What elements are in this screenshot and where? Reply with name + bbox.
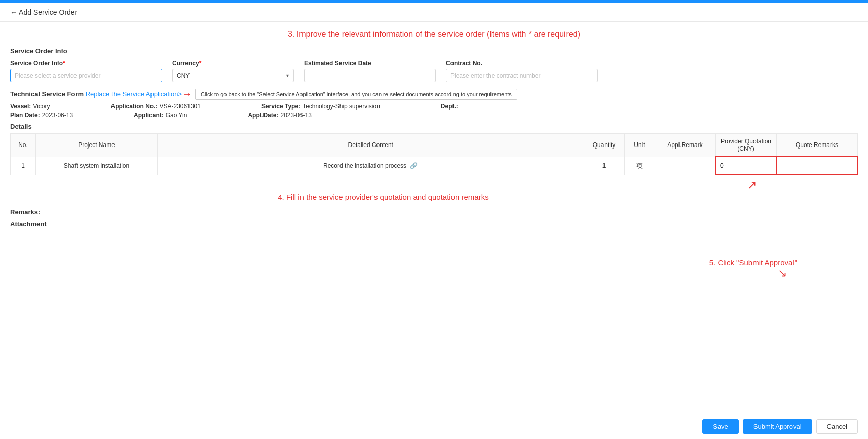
table-header-row: No. Project Name Detailed Content Quanti… (11, 134, 858, 157)
currency-select-wrap: CNY USD EUR (172, 69, 294, 82)
contract-no-label: Contract No. (446, 60, 598, 67)
estimated-service-date-input[interactable] (304, 69, 436, 82)
contract-no-group: Contract No. (446, 60, 598, 82)
col-unit: Unit (624, 134, 655, 157)
service-type-label: Service Type: (261, 103, 300, 110)
quote-remarks-input[interactable] (780, 161, 854, 170)
header: ← Add Service Order (0, 3, 868, 22)
col-no: No. (11, 134, 36, 157)
service-order-info-group: Service Order Info* (10, 60, 162, 82)
info-row-2: Plan Date: 2023-06-13 Applicant: Gao Yin… (10, 112, 858, 119)
remarks-section: Remarks: Attachment (10, 208, 858, 228)
estimated-service-date-label: Estimated Service Date (304, 60, 436, 67)
cell-detailed-content: Record the installation process 🔗 (158, 157, 584, 175)
col-quantity: Quantity (584, 134, 624, 157)
technical-form-label: Technical Service Form (10, 90, 84, 98)
save-button[interactable]: Save (702, 419, 739, 434)
plan-date-label: Plan Date: (10, 112, 40, 119)
service-details: Vessel: Vicory Application No.: VSA-2306… (10, 103, 858, 119)
col-provider-quotation: Provider Quotation (CNY) (715, 134, 776, 157)
cell-no: 1 (11, 157, 36, 175)
applicant-value: Gao Yin (166, 112, 187, 119)
vessel-info: Vessel: Vicory (10, 103, 50, 110)
step-3-instruction: 3. Improve the relevant information of t… (10, 30, 858, 39)
service-type-info: Service Type: Technology-Ship supervisio… (261, 103, 380, 110)
technical-form-row: Technical Service Form Replace the Servi… (10, 88, 858, 100)
back-button[interactable]: ← Add Service Order (10, 8, 77, 16)
attachment-label: Attachment (10, 220, 858, 228)
plan-date-value: 2023-06-13 (42, 112, 73, 119)
cell-appl-remark (655, 157, 715, 175)
service-type-value: Technology-Ship supervision (303, 103, 380, 110)
col-project-name: Project Name (36, 134, 158, 157)
col-detailed-content: Detailed Content (158, 134, 584, 157)
plan-date-info: Plan Date: 2023-06-13 (10, 112, 73, 119)
cell-quantity: 1 (584, 157, 624, 175)
appl-date-label: Appl.Date: (248, 112, 278, 119)
submit-approval-button[interactable]: Submit Approval (743, 419, 812, 434)
annotation-box-1: Click to go back to the "Select Service … (195, 89, 517, 100)
col-quote-remarks: Quote Remarks (776, 134, 857, 157)
cell-unit: 项 (624, 157, 655, 175)
annotation-4: 4. Fill in the service provider's quotat… (10, 193, 757, 201)
estimated-service-date-group: Estimated Service Date (304, 60, 436, 82)
section-title: Service Order Info (10, 47, 858, 55)
currency-group: Currency* CNY USD EUR (172, 60, 294, 82)
details-table: No. Project Name Detailed Content Quanti… (10, 133, 858, 175)
applicant-label: Applicant: (134, 112, 164, 119)
details-label: Details (10, 123, 858, 130)
currency-select[interactable]: CNY USD EUR (172, 69, 294, 82)
cell-provider-quotation[interactable] (715, 157, 776, 175)
app-no-value: VSA-23061301 (160, 103, 201, 110)
app-no-label: Application No.: (111, 103, 158, 110)
arrow-up-icon: ↗ (10, 178, 757, 192)
app-no-info: Application No.: VSA-23061301 (111, 103, 201, 110)
applicant-info: Applicant: Gao Yin (134, 112, 187, 119)
link-icon: 🔗 (410, 162, 418, 169)
bottom-bar: Save Submit Approval Cancel (0, 414, 868, 435)
contract-no-input[interactable] (446, 69, 598, 82)
dept-label: Dept.: (441, 103, 458, 110)
arrow-right-icon: → (182, 88, 192, 100)
cell-project-name: Shaft system installation (36, 157, 158, 175)
currency-label: Currency* (172, 60, 294, 67)
provider-quotation-input[interactable] (719, 161, 773, 170)
arrow-down-5-icon: ↘ (10, 267, 797, 280)
service-order-info-label: Service Order Info* (10, 60, 162, 67)
vessel-label: Vessel: (10, 103, 31, 110)
dept-info: Dept.: (441, 103, 460, 110)
arrow-4-spacer: ↗ 4. Fill in the service provider's quot… (10, 178, 858, 201)
col-appl-remark: Appl.Remark (655, 134, 715, 157)
annotation-5-text: 5. Click "Submit Approval" (10, 258, 797, 267)
main-content: 3. Improve the relevant information of t… (0, 22, 868, 435)
appl-date-value: 2023-06-13 (280, 112, 311, 119)
service-provider-input[interactable] (10, 69, 162, 82)
remarks-label: Remarks: (10, 208, 858, 216)
vessel-value: Vicory (33, 103, 50, 110)
cancel-button[interactable]: Cancel (816, 419, 858, 434)
info-row-1: Vessel: Vicory Application No.: VSA-2306… (10, 103, 858, 110)
annotation-4-wrap: ↗ 4. Fill in the service provider's quot… (10, 178, 858, 201)
replace-service-application-link[interactable]: Replace the Service Application> (86, 90, 182, 98)
cell-quote-remarks[interactable] (776, 157, 857, 175)
form-row-1: Service Order Info* Currency* CNY USD EU… (10, 60, 858, 82)
table-row: 1 Shaft system installation Record the i… (11, 157, 858, 175)
annotation-5: 5. Click "Submit Approval" ↘ (10, 258, 858, 280)
appl-date-info: Appl.Date: 2023-06-13 (248, 112, 311, 119)
